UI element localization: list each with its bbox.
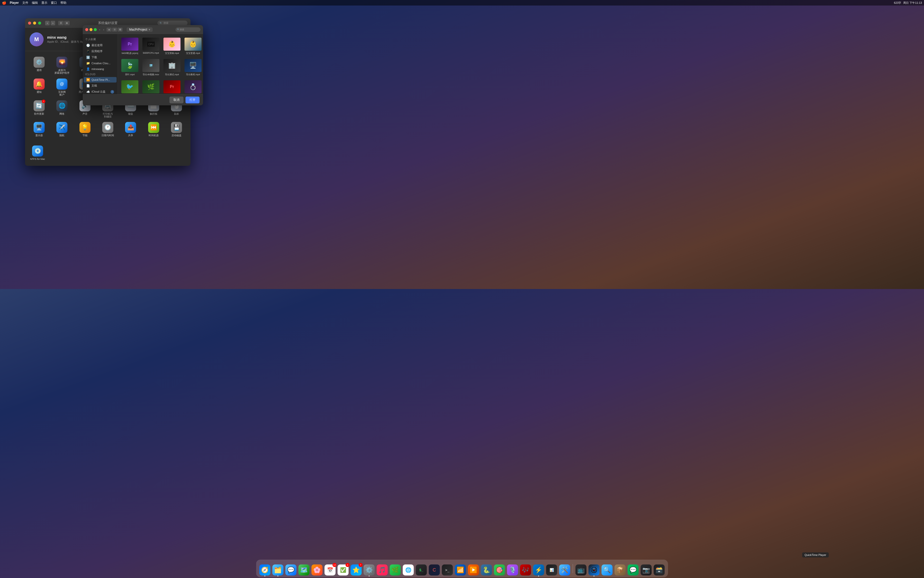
file-dialog: ‹ › ⊞ ☰ 🖼 MacPrProject ▾ 🔍 搜索 个人收藏 🕐 最近使… <box>83 25 203 106</box>
pref-timemachine[interactable]: ⏮️ 时间机器 <box>142 120 165 139</box>
back-button[interactable]: ‹ <box>45 21 50 25</box>
file-dialog-nav: ‹ › <box>98 28 105 32</box>
sidebar-apps[interactable]: 📱 应用程序 <box>84 49 117 54</box>
search-bar[interactable]: 🔍 搜索 <box>157 21 188 26</box>
apple-menu[interactable]: 🍎 <box>2 1 6 5</box>
photo-view-btn[interactable]: 🖼 <box>118 28 123 32</box>
pref-datetime[interactable]: 🕐 日期与时间 <box>96 120 119 139</box>
file-test[interactable]: 🏢 导出测试.mp4 <box>162 58 181 77</box>
icon-view-btn[interactable]: ⊞ <box>107 28 112 32</box>
file-dialog-body: 个人收藏 🕐 最近使用 📱 应用程序 ⬇️ 下载 📁 Creative Clou… <box>83 34 203 94</box>
user-avatar: M <box>29 32 44 46</box>
close-button[interactable] <box>28 21 31 24</box>
menu-view[interactable]: 显示 <box>41 1 47 5</box>
sidebar-recent[interactable]: 🕐 最近使用 <box>84 42 117 48</box>
pref-sidecar[interactable]: ✈️ 随航 <box>50 120 73 139</box>
file-tutorial[interactable]: 🖥️ 导出教程.mp4 <box>183 58 202 77</box>
file-bird1[interactable]: 🐦 惜憩的小鸟.mov <box>120 79 139 94</box>
maximize-button[interactable] <box>38 21 41 24</box>
pref-sharing[interactable]: 📤 共享 <box>119 120 142 139</box>
dialog-forward[interactable]: › <box>102 28 105 32</box>
sidebar-icloud[interactable]: ☁️ iCloud 云盘 ↑ <box>84 89 117 94</box>
file-dialog-titlebar: ‹ › ⊞ ☰ 🖼 MacPrProject ▾ 🔍 搜索 <box>83 25 203 34</box>
dialog-minimize[interactable] <box>89 28 92 31</box>
menu-file[interactable]: 文件 <box>22 1 28 5</box>
sidebar-downloads[interactable]: ⬇️ 下载 <box>84 54 117 60</box>
minimize-button[interactable] <box>33 21 36 24</box>
sidebar-quicktime[interactable]: ▶️ QuickTime Pl... <box>84 77 117 83</box>
file-grid-area: Pr 9400f机器.prproj CPU 9400FCPU.mp4 👶 宝宝剪… <box>118 34 203 94</box>
file-baby2[interactable]: 👶 宝宝普通.mp4 <box>183 37 202 56</box>
menu-help[interactable]: 帮助 <box>60 1 66 5</box>
pref-softwareupdate[interactable]: 🔄 1 软件更新 <box>28 98 50 120</box>
sidebar-creative-cloud[interactable]: 📁 Creative Clou... <box>84 60 117 66</box>
file-dialog-footer: 取消 打开 <box>83 94 203 106</box>
menubar: 🍎 Player 文件 编辑 显示 窗口 帮助 623字 周日 下午11:13 <box>0 0 462 5</box>
file-9400f[interactable]: Pr 9400f机器.prproj <box>120 37 139 56</box>
location-label: MacPrProject <box>129 28 147 31</box>
pref-network[interactable]: 🌐 网络 <box>50 98 73 120</box>
pref-displays[interactable]: 🖥️ 显示器 <box>28 120 50 139</box>
menu-edit[interactable]: 编辑 <box>32 1 38 5</box>
dialog-traffic-lights <box>85 28 97 31</box>
view-toggle: ☰ ⊞ <box>58 21 70 25</box>
file-tea[interactable]: 🍃 茶叶.mp4 <box>120 58 139 77</box>
pref-startdisk[interactable]: 💾 启动磁盘 <box>165 120 188 139</box>
dialog-search[interactable]: 🔍 搜索 <box>175 28 201 32</box>
file-9400fcpu[interactable]: CPU 9400FCPU.mp4 <box>141 37 160 56</box>
sidebar-documents[interactable]: 📄 文稿 <box>84 83 117 89</box>
file-dialog-sidebar: 个人收藏 🕐 最近使用 📱 应用程序 ⬇️ 下载 📁 Creative Clou… <box>83 34 118 94</box>
menu-window[interactable]: 窗口 <box>51 1 57 5</box>
location-chevron: ▾ <box>149 28 150 31</box>
window-nav: ‹ › <box>45 21 55 25</box>
file-wedding[interactable]: 💍 婚礼.mp4 <box>183 79 202 94</box>
pref-ntfs[interactable]: 💿 NTFS for Mac <box>28 143 48 162</box>
pref-energy[interactable]: 💡 节能 <box>73 120 96 139</box>
grid-view-btn[interactable]: ⊞ <box>64 21 70 25</box>
dialog-view-btns: ⊞ ☰ 🖼 <box>107 28 123 32</box>
menubar-left: 🍎 Player 文件 编辑 显示 窗口 帮助 <box>2 1 66 5</box>
app-name[interactable]: Player <box>10 1 19 5</box>
search-placeholder: 搜索 <box>163 21 168 25</box>
extra-prefs: 💿 NTFS for Mac <box>25 143 191 166</box>
list-view-btn2[interactable]: ☰ <box>112 28 117 32</box>
sidebar-section-favorites: 个人收藏 <box>83 37 118 42</box>
sidebar-user[interactable]: 👤 minxwang <box>84 66 117 72</box>
dialog-location: MacPrProject ▾ <box>126 28 153 32</box>
dialog-maximize[interactable] <box>94 28 97 31</box>
pref-notifications[interactable]: 🔔 通知 <box>28 76 50 98</box>
cancel-button[interactable]: 取消 <box>170 97 183 103</box>
dialog-back[interactable]: ‹ <box>98 28 101 32</box>
file-bird2[interactable]: 🌿 惜憩的小鸟.mp4 <box>141 79 160 94</box>
pref-general[interactable]: ⚙️ 通用 <box>28 55 50 76</box>
list-view-btn[interactable]: ☰ <box>58 21 64 25</box>
pref-internet[interactable]: @ 互联网账户 <box>50 76 73 98</box>
dialog-search-icon: 🔍 <box>177 28 180 31</box>
file-4k[interactable]: 🏙️ 导出4k视频.mov <box>141 58 160 77</box>
open-button[interactable]: 打开 <box>186 97 199 103</box>
pref-desktop[interactable]: 🌄 桌面与屏幕保护程序 <box>50 55 73 76</box>
svg-text:CPU: CPU <box>149 43 154 45</box>
sidebar-section-icloud: iCloud <box>83 72 118 77</box>
file-baby1[interactable]: 👶 宝宝剪辑.mp4 <box>162 37 181 56</box>
dialog-search-text: 搜索 <box>180 28 184 31</box>
dialog-close[interactable] <box>85 28 88 31</box>
file-guoqing[interactable]: Pr 国庆.prproj <box>162 79 181 94</box>
window-title: 系统偏好设置 <box>98 21 118 25</box>
forward-button[interactable]: › <box>51 21 55 25</box>
